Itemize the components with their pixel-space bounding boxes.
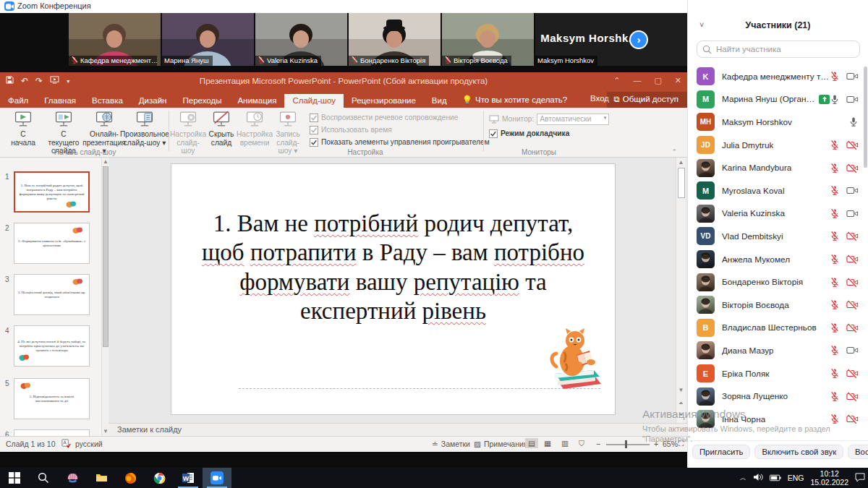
zoom-slider[interactable] (606, 444, 650, 445)
ribbon-collapse-icon[interactable]: ⌃ (671, 148, 677, 155)
participant-row[interactable]: Анжела Мукомел (688, 248, 864, 271)
slide-title-text[interactable]: 1. Вам не потрібний родич депутат, щоб п… (192, 209, 595, 325)
zoom-taskbar-icon[interactable] (203, 468, 231, 488)
tab-Дизайн[interactable]: Дизайн (131, 94, 175, 108)
participants-scrollbar-thumb[interactable] (864, 67, 867, 168)
ribbon-checkbox: Воспроизвести речевое сопровождение (310, 112, 490, 123)
ribbon-button-hide[interactable]: Скрыть слайд (205, 108, 238, 158)
chrome-taskbar-icon[interactable] (145, 468, 174, 488)
keyboard-language[interactable]: ENG (788, 474, 804, 482)
shell-app-taskbar-icon[interactable] (58, 468, 87, 488)
tab-Слайд-шоу[interactable]: Слайд-шоу (284, 94, 344, 108)
participant-row[interactable]: MHMaksym Horshkov (688, 111, 864, 134)
ppt-minimize-button[interactable]: — (633, 76, 641, 85)
tab-Вид[interactable]: Вид (424, 94, 455, 108)
share-button[interactable]: ⧉Общий доступ (607, 92, 687, 108)
participant-row[interactable]: Karina Mandybura (688, 156, 864, 179)
tab-Файл[interactable]: Файл (0, 94, 36, 108)
video-tile[interactable]: Maksym Horshk...›Maksym Horshkov (535, 13, 687, 66)
video-tile[interactable]: Вікторія Воєвода (442, 13, 534, 66)
search-taskbar-icon[interactable] (29, 468, 58, 488)
video-tile[interactable]: Valeria Kuzinska (255, 13, 347, 66)
participant-row[interactable]: JDJulia Dmytruk (688, 134, 864, 157)
ppt-close-button[interactable]: ✕ (675, 76, 681, 85)
slide-thumbnail[interactable] (14, 429, 90, 436)
participant-status-icons (830, 391, 859, 402)
slide-text: родич депутат, (418, 210, 573, 236)
ribbon-button-label: Настройка слайд-шоу (170, 130, 206, 155)
zoom-in-button[interactable]: + (654, 440, 658, 448)
participant-row[interactable]: EЕріка Поляк (688, 362, 864, 385)
participant-row[interactable]: Інна Чорна (688, 408, 864, 431)
battery-icon[interactable] (770, 471, 781, 484)
video-tile-name-label: Вікторія Воєвода (442, 56, 511, 66)
slide-thumbnail[interactable]: 3. Неоціненний досвід, який обов'язково … (14, 274, 90, 315)
participant-row[interactable]: MMyroslava Koval (688, 179, 864, 202)
participant-name: Інна Чорна (722, 414, 830, 424)
participant-row[interactable]: Вікторія Воєвода (688, 294, 864, 317)
next-slide-button[interactable]: ⏷ (676, 411, 686, 419)
spellcheck-icon[interactable] (61, 439, 71, 448)
search-input[interactable] (716, 42, 854, 56)
word-taskbar-icon[interactable]: W (174, 468, 203, 488)
tell-me-box[interactable]: 💡Что вы хотите сделать? (455, 93, 575, 108)
start-taskbar-icon[interactable] (0, 468, 29, 488)
restore-status-button[interactable]: Восстановить стату (848, 445, 868, 459)
tray-expand-icon[interactable]: ︿ (740, 474, 746, 483)
person-icon: ⧉ (614, 95, 620, 103)
mic-muted-icon (830, 277, 840, 288)
participant-row[interactable]: VDVlad Dembitskyi (688, 225, 864, 248)
participant-row[interactable]: Диана Мазур (688, 339, 864, 362)
participant-row[interactable]: MМарина Януш (Организатор) (688, 88, 864, 111)
slide-sorter-view-button[interactable]: ▦ (544, 439, 551, 448)
video-tile[interactable]: Бондаренко Вікторія (349, 13, 441, 66)
participant-name-text: Марина Януш (Организатор) (722, 94, 815, 104)
tab-Переходы[interactable]: Переходы (174, 94, 229, 108)
invite-button[interactable]: Пригласить (692, 445, 750, 459)
slide-scrollbar[interactable]: ▲ ▼ ⏶ ⏷ (676, 158, 686, 423)
comments-toggle[interactable]: ▨Примечания (474, 440, 528, 448)
notes-pane[interactable]: Заметки к слайду (109, 423, 687, 436)
mic-muted-icon (830, 71, 840, 82)
participant-row[interactable]: Зоряна Лущенко (688, 385, 864, 408)
slide-thumbnail[interactable]: 5. Відповідальність за власні висловлюва… (14, 378, 90, 419)
firefox-taskbar-icon[interactable] (116, 468, 145, 488)
action-center-icon[interactable] (855, 471, 865, 484)
previous-slide-button[interactable]: ⏶ (676, 400, 686, 407)
explorer-taskbar-icon[interactable] (87, 468, 116, 488)
tab-Вставка[interactable]: Вставка (84, 94, 131, 108)
video-tile-name: Марина Януш (164, 56, 209, 64)
fit-to-window-icon[interactable]: ⛶ (678, 439, 684, 448)
participant-row[interactable]: Бондаренко Вікторія (688, 270, 864, 294)
participant-row[interactable]: ВВладислав Шестерньов (688, 317, 864, 340)
video-on-icon (846, 186, 859, 195)
notes-toggle[interactable]: ≐Заметки (432, 440, 470, 448)
video-tile[interactable]: Марина Януш (162, 13, 254, 66)
volume-icon[interactable] (753, 471, 763, 484)
participant-row[interactable]: KКафедра менеджменту та ад... (Я) (688, 65, 864, 88)
ribbon-options-icon[interactable]: ⌃ (613, 76, 620, 85)
slide-thumbnail[interactable]: 4. Не всі депутати погані й беруть хабар… (14, 325, 90, 367)
slide-canvas[interactable]: 1. Вам не потрібний родич депутат, щоб п… (171, 164, 615, 414)
zoom-out-button[interactable]: − (596, 440, 600, 448)
clock[interactable]: 10:1215.02.2022 (810, 469, 848, 487)
participant-search[interactable] (697, 40, 860, 58)
normal-view-button[interactable]: ▤ (525, 438, 538, 448)
language-indicator[interactable]: русский (75, 440, 103, 448)
participant-row[interactable]: Valeria Kuzinska (688, 202, 864, 226)
zoom-slider-thumb[interactable] (625, 440, 627, 448)
next-participants-button[interactable]: › (629, 30, 648, 49)
ribbon-checkbox[interactable]: Показать элементы управления проигрывате… (310, 137, 490, 147)
tab-Анимация[interactable]: Анимация (229, 94, 284, 108)
slideshow-view-button[interactable]: ⛉ (579, 439, 584, 448)
tab-Главная[interactable]: Главная (36, 94, 84, 108)
presenter-mode-checkbox[interactable]: Режим докладчика (489, 128, 609, 139)
zoom-level[interactable]: 65% (663, 440, 678, 448)
reading-view-button[interactable]: ▥ (561, 439, 569, 448)
slide-thumbnail[interactable]: 2. Формування навколо себе «бульбашки» з… (14, 223, 90, 264)
slide-thumbnail[interactable]: 1. Вам не потрібний родич депутат, щоб п… (14, 171, 90, 213)
unmute-button[interactable]: Включить свой звук (754, 445, 843, 459)
tab-Рецензирование[interactable]: Рецензирование (344, 94, 424, 108)
ppt-maximize-button[interactable]: ▢ (654, 76, 661, 85)
video-tile[interactable]: Кафедра менеджмент… (69, 13, 161, 66)
